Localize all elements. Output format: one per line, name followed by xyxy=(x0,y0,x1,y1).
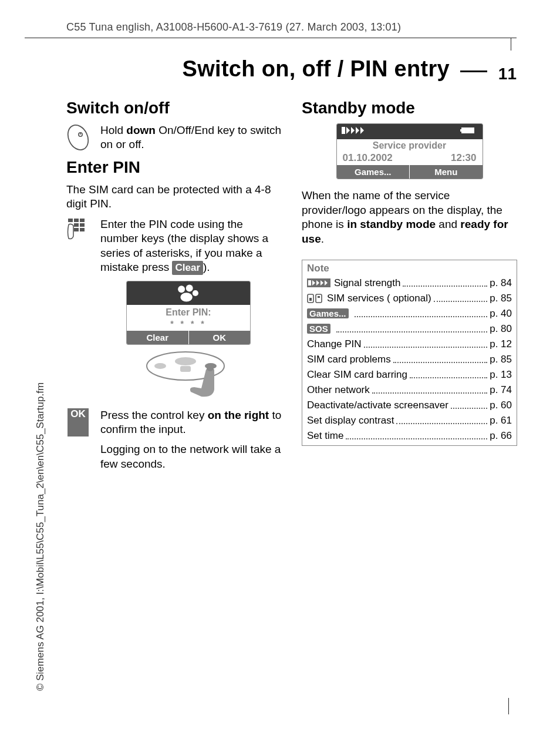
note-box: Note Signal strength p. 84 SIM services … xyxy=(302,260,517,446)
svg-point-10 xyxy=(178,286,185,293)
note-row: Set time p. 66 xyxy=(302,428,517,445)
note-row: Change PIN p. 12 xyxy=(302,337,517,352)
left-column: Switch on/off Hold down On/Off/End key t… xyxy=(66,95,282,477)
note-row: SIM services ( optional) p. 85 xyxy=(302,291,517,306)
svg-point-12 xyxy=(193,290,198,296)
svg-rect-25 xyxy=(461,127,474,133)
softkey-menu: Menu xyxy=(410,165,483,179)
svg-rect-7 xyxy=(80,223,85,227)
leader-dots xyxy=(410,371,487,378)
sim-services-icon xyxy=(307,294,323,303)
service-provider-label: Service provider xyxy=(340,140,479,151)
note-label: Clear SIM card barring xyxy=(307,369,407,381)
note-label: SIM card problems xyxy=(307,354,391,365)
crop-rule-top xyxy=(25,38,517,38)
svg-point-15 xyxy=(154,363,166,369)
switch-on-off-text: Hold down On/Off/End key to switch on or… xyxy=(100,123,282,152)
signal-strength-icon xyxy=(342,126,367,137)
pin-screen-body: Enter PIN: * * * * xyxy=(127,305,250,331)
note-row: Games... p. 40 xyxy=(302,306,517,321)
note-label: Deactivate/activate screensaver xyxy=(307,399,448,411)
standby-screen-illustration: Service provider 01.10.2002 12:30 Games.… xyxy=(336,123,483,179)
signal-strength-icon xyxy=(307,278,330,287)
heading-switch-on-off: Switch on/off xyxy=(66,99,282,117)
standby-description: When the name of the service provider/lo… xyxy=(302,189,517,247)
leader-dots xyxy=(355,310,488,317)
txt: Hold xyxy=(100,124,126,136)
svg-marker-21 xyxy=(346,127,350,134)
note-page: p. 40 xyxy=(490,308,512,320)
press-right-key-illustration xyxy=(141,348,282,401)
end-key-icon xyxy=(66,123,90,152)
right-column: Standby mode Service provider 01.10.2002… xyxy=(302,95,517,477)
note-page: p. 61 xyxy=(490,415,512,427)
leader-dots xyxy=(364,340,488,348)
svg-marker-22 xyxy=(351,127,355,134)
crop-tick-top-right xyxy=(511,38,511,51)
heading-standby-mode: Standby mode xyxy=(302,99,517,117)
pin-masked-value: * * * * xyxy=(127,319,250,328)
note-row: Deactivate/activate screensaver p. 60 xyxy=(302,398,517,413)
txt-bold: on the right xyxy=(208,409,269,421)
txt-bold: in standby mode xyxy=(347,218,436,230)
logon-text: Logging on to the network will take a fe… xyxy=(100,442,282,471)
games-tag: Games... xyxy=(307,308,349,318)
svg-rect-6 xyxy=(74,223,79,227)
ok-tag-wrap: OK xyxy=(66,408,90,437)
leader-dots xyxy=(346,432,487,439)
svg-rect-8 xyxy=(74,228,79,231)
svg-rect-36 xyxy=(318,296,320,298)
svg-rect-28 xyxy=(308,280,311,286)
softkey-clear: Clear xyxy=(127,331,189,344)
chapter-rule xyxy=(460,70,487,72)
crop-mark-bottom-right xyxy=(508,698,509,714)
note-row: SOS p. 80 xyxy=(302,321,517,337)
note-page: p. 12 xyxy=(490,338,512,350)
svg-rect-5 xyxy=(80,219,85,222)
pin-screen-illustration: Enter PIN: * * * * Clear OK xyxy=(126,281,251,345)
note-page: p. 85 xyxy=(490,354,512,365)
svg-rect-20 xyxy=(342,127,345,134)
note-page: p. 74 xyxy=(490,384,512,396)
ok-softkey-tag: OK xyxy=(68,408,89,437)
svg-rect-34 xyxy=(309,298,312,301)
pin-screen-top xyxy=(127,281,250,305)
ok-instruction: Press the control key on the right to co… xyxy=(100,408,282,437)
svg-rect-4 xyxy=(74,219,79,222)
note-label: Change PIN xyxy=(307,338,362,350)
enter-pin-instruction: Enter the PIN code using the number keys… xyxy=(100,217,282,275)
note-page: p. 13 xyxy=(490,369,512,381)
note-page: p. 66 xyxy=(490,430,512,442)
note-label: Set display contrast xyxy=(307,415,394,427)
enter-pin-intro: The SIM card can be protected with a 4-8… xyxy=(66,183,282,211)
sos-tag: SOS xyxy=(307,324,330,334)
svg-rect-35 xyxy=(316,294,322,303)
spacer xyxy=(66,442,90,471)
svg-point-11 xyxy=(186,284,193,291)
paw-icon xyxy=(173,283,204,303)
leader-dots xyxy=(403,279,487,287)
note-row: Signal strength p. 84 xyxy=(302,276,517,291)
softkey-ok: OK xyxy=(189,331,251,344)
pin-prompt: Enter PIN: xyxy=(127,307,250,318)
keypad-icon xyxy=(66,217,90,275)
txt-bold: down xyxy=(126,124,156,136)
softkey-games: Games... xyxy=(337,165,410,179)
chapter-title: Switch on, off / PIN entry xyxy=(183,56,450,82)
heading-enter-pin: Enter PIN xyxy=(66,158,282,177)
leader-dots xyxy=(434,294,488,302)
svg-marker-24 xyxy=(360,127,364,134)
chapter-page-number: 11 xyxy=(498,65,517,83)
note-row: Other network p. 74 xyxy=(302,382,517,398)
note-label: Set time xyxy=(307,430,343,442)
battery-icon xyxy=(460,126,478,137)
txt: Press the control key xyxy=(100,409,208,421)
leader-dots xyxy=(372,386,487,394)
standby-time: 12:30 xyxy=(451,152,476,164)
svg-point-16 xyxy=(175,357,196,365)
txt: ). xyxy=(203,261,210,273)
note-label: Other network xyxy=(307,384,370,396)
leader-dots xyxy=(393,355,488,363)
svg-marker-23 xyxy=(356,127,359,134)
svg-point-0 xyxy=(66,123,90,152)
